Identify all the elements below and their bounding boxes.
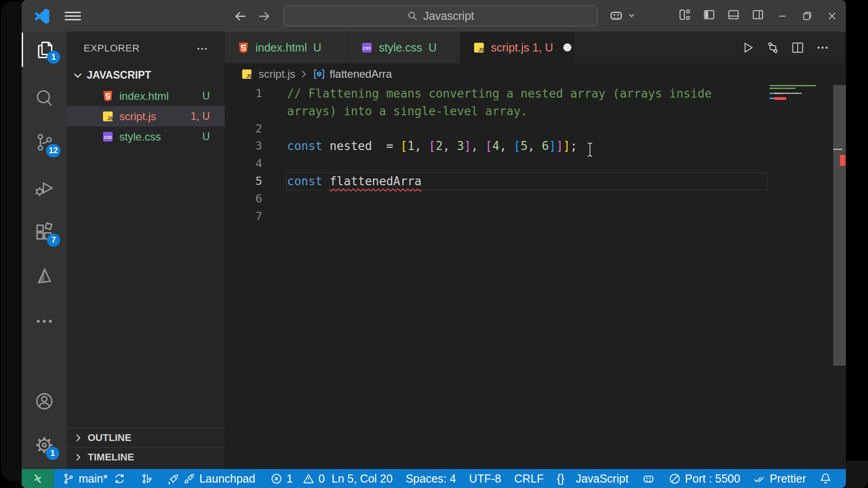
dirty-indicator-dot[interactable] [563, 43, 571, 52]
command-center-search[interactable]: Javascript [283, 5, 598, 26]
activity-explorer[interactable]: 1 [22, 33, 67, 67]
overview-error-mark [840, 155, 845, 166]
live-preview-icon [34, 266, 55, 286]
activity-search[interactable] [22, 81, 67, 115]
outline-section[interactable]: OUTLINE [67, 428, 225, 447]
remote-indicator[interactable] [22, 469, 54, 488]
warning-icon [302, 473, 315, 485]
copilot-menu[interactable] [608, 7, 636, 23]
copilot-icon [608, 7, 624, 23]
forward-arrow-icon[interactable] [257, 9, 271, 23]
customize-layout-icon[interactable] [678, 8, 691, 21]
file-name: script.js [119, 110, 156, 123]
circle-slash-icon [669, 473, 681, 485]
menu-icon[interactable] [65, 12, 81, 20]
background-window-corner-br [846, 461, 868, 488]
git-graph-status[interactable] [141, 473, 153, 485]
eol-sequence[interactable]: CRLF [514, 472, 543, 485]
activity-run-debug[interactable] [22, 171, 67, 205]
double-check-icon [753, 473, 765, 485]
activity-accounts[interactable] [22, 384, 67, 418]
svg-text:CSS: CSS [363, 46, 371, 50]
line-number: 1 [225, 85, 262, 103]
line-number: 3 [225, 137, 262, 155]
extensions-badge: 7 [47, 234, 60, 247]
activity-source-control[interactable]: 12 [22, 125, 67, 160]
formatter-status[interactable]: Prettier [753, 472, 806, 485]
folder-section-label: JAVASCRIPT [87, 69, 151, 81]
tab-script-js[interactable]: JS script.js 1, U [460, 32, 575, 63]
timeline-section[interactable]: TIMELINE [67, 447, 225, 467]
launchpad-label: Launchpad [199, 472, 255, 485]
activity-settings[interactable]: 1 [22, 428, 67, 462]
code-line: 5const flattenedArra [225, 173, 846, 190]
copilot-status-icon[interactable] [642, 472, 656, 486]
problems-status[interactable]: 1 0 [270, 472, 325, 485]
cursor-position[interactable]: Ln 5, Col 20 [332, 472, 393, 485]
git-status-badge: U [202, 90, 210, 102]
launchpad-status[interactable]: Launchpad [168, 472, 255, 485]
account-icon [34, 391, 55, 412]
file-row-index-html[interactable]: index.html U [67, 86, 225, 106]
editor-scrollbar[interactable] [833, 85, 846, 469]
bell-icon[interactable] [819, 472, 832, 485]
git-branch-status[interactable]: main* [62, 472, 126, 485]
breadcrumb-file[interactable]: script.js [259, 68, 295, 80]
sync-icon [113, 473, 126, 485]
html-file-icon [102, 90, 114, 102]
code-line: 1// Flattening means converting a nested… [225, 85, 846, 103]
language-mode[interactable]: {} JavaScript [557, 472, 628, 485]
line-number: 2 [225, 120, 262, 138]
breadcrumb-symbol[interactable]: flattenedArra [330, 68, 392, 80]
tab-index-html[interactable]: index.html U [225, 32, 348, 63]
error-icon [270, 473, 283, 485]
minimize-button[interactable] [770, 0, 795, 32]
rocket-edit-icon [168, 473, 180, 485]
open-changes-icon[interactable] [766, 41, 780, 55]
layout-controls [678, 8, 764, 21]
minimap[interactable] [769, 85, 832, 469]
split-editor-icon[interactable] [791, 41, 805, 55]
toggle-panel-icon[interactable] [727, 8, 740, 21]
encoding[interactable]: UTF-8 [469, 472, 501, 485]
indentation[interactable]: Spaces: 4 [406, 472, 456, 485]
activity-more[interactable] [22, 304, 67, 338]
chevron-right-icon [299, 69, 309, 79]
explorer-badge: 1 [47, 51, 60, 64]
remote-icon [31, 472, 44, 485]
background-window-corner [1, 2, 22, 481]
activity-live-preview[interactable] [22, 259, 67, 293]
explorer-more-icon[interactable] [196, 42, 208, 55]
back-arrow-icon[interactable] [233, 9, 248, 23]
tab-style-css[interactable]: CSS style.css U [348, 32, 460, 63]
editor-actions [741, 32, 830, 63]
file-row-script-js[interactable]: JS script.js 1, U [67, 106, 225, 127]
code-line: 6 [225, 190, 846, 208]
tab-label: index.html U [255, 41, 321, 54]
line-number: 5 [225, 173, 262, 190]
git-status-badge: 1, U [191, 110, 210, 122]
close-button[interactable] [820, 0, 844, 32]
js-file-icon: JS [241, 68, 253, 80]
folder-section-javascript[interactable]: JAVASCRIPT [67, 65, 225, 85]
toggle-secondary-sidebar-icon[interactable] [751, 8, 764, 21]
title-bar: Javascript [22, 0, 846, 32]
source-control-badge: 12 [46, 144, 61, 157]
activity-extensions[interactable]: 7 [22, 215, 67, 249]
vscode-window: Javascript [22, 0, 846, 488]
window-controls [770, 0, 844, 32]
port-status[interactable]: Port : 5500 [669, 472, 740, 485]
restore-button[interactable] [795, 0, 820, 32]
code-editor[interactable]: 1// Flattening means converting a nested… [225, 85, 846, 469]
run-code-icon[interactable] [741, 41, 755, 55]
more-actions-icon[interactable] [816, 41, 830, 55]
tab-label: script.js 1, U [491, 41, 553, 54]
activity-bar: 1 12 7 [22, 32, 67, 469]
css-file-icon: CSS [102, 131, 114, 143]
file-row-style-css[interactable]: CSS style.css U [67, 127, 225, 147]
run-debug-icon [34, 178, 55, 198]
scrollbar-slider[interactable] [833, 85, 846, 366]
toggle-primary-sidebar-icon[interactable] [703, 8, 716, 21]
search-icon [407, 10, 418, 21]
tab-label: style.css U [379, 41, 437, 54]
